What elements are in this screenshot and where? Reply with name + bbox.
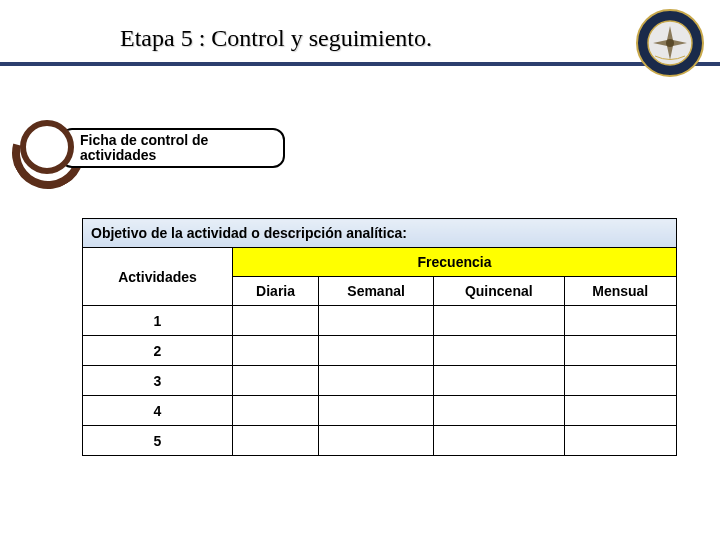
cell-diaria [233, 426, 319, 456]
row-number: 1 [83, 306, 233, 336]
cell-mensual [564, 426, 677, 456]
freq-col-diaria: Diaria [233, 277, 319, 306]
cell-semanal [319, 396, 434, 426]
ficha-line2: actividades [80, 147, 156, 163]
table-row-objetivo: Objetivo de la actividad o descripción a… [83, 219, 677, 248]
ficha-label-pill: Ficha de control de actividades [60, 128, 285, 168]
table-row-freq-header: Actividades Frecuencia [83, 248, 677, 277]
svg-point-2 [666, 39, 674, 47]
cell-semanal [319, 336, 434, 366]
cell-mensual [564, 336, 677, 366]
ficha-circle-decoration [20, 120, 74, 174]
cell-mensual [564, 366, 677, 396]
freq-col-semanal: Semanal [319, 277, 434, 306]
row-number: 4 [83, 396, 233, 426]
row-number: 5 [83, 426, 233, 456]
cell-semanal [319, 426, 434, 456]
freq-col-mensual: Mensual [564, 277, 677, 306]
cell-quincenal [434, 426, 564, 456]
table-row: 5 [83, 426, 677, 456]
ficha-line1: Ficha de control de [80, 132, 208, 148]
title-underline [0, 62, 720, 66]
cell-quincenal [434, 396, 564, 426]
activities-table-container: Objetivo de la actividad o descripción a… [82, 218, 677, 456]
cell-diaria [233, 336, 319, 366]
cell-quincenal [434, 306, 564, 336]
row-number: 3 [83, 366, 233, 396]
objetivo-label: Objetivo de la actividad o descripción a… [83, 219, 677, 248]
table-row: 3 [83, 366, 677, 396]
frecuencia-header: Frecuencia [233, 248, 677, 277]
table-row: 1 [83, 306, 677, 336]
cell-semanal [319, 306, 434, 336]
cell-mensual [564, 396, 677, 426]
cell-semanal [319, 366, 434, 396]
page-title: Etapa 5 : Control y seguimiento. [120, 25, 432, 52]
army-aviation-logo [635, 8, 705, 78]
table-row: 2 [83, 336, 677, 366]
activities-table: Objetivo de la actividad o descripción a… [82, 218, 677, 456]
cell-quincenal [434, 336, 564, 366]
cell-diaria [233, 306, 319, 336]
table-row: 4 [83, 396, 677, 426]
cell-diaria [233, 366, 319, 396]
cell-diaria [233, 396, 319, 426]
cell-quincenal [434, 366, 564, 396]
freq-col-quincenal: Quincenal [434, 277, 564, 306]
cell-mensual [564, 306, 677, 336]
row-number: 2 [83, 336, 233, 366]
actividades-header: Actividades [83, 248, 233, 306]
